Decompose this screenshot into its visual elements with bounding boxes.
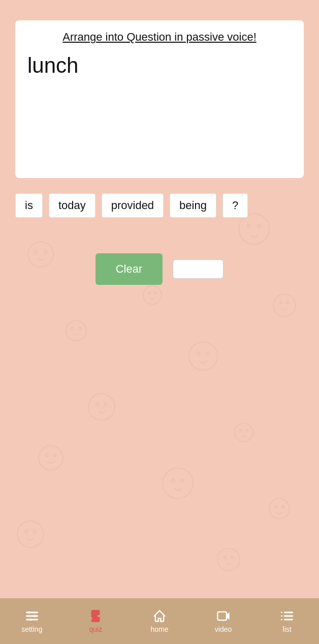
answer-box: Arrange into Question in passive voice! … xyxy=(15,20,304,178)
svg-point-24 xyxy=(163,468,193,499)
svg-point-21 xyxy=(39,446,63,470)
nav-list-label: list xyxy=(283,625,292,633)
svg-point-31 xyxy=(25,530,28,533)
nav-setting-label: setting xyxy=(21,625,42,633)
nav-home-label: home xyxy=(150,625,168,633)
nav-list[interactable]: list xyxy=(255,609,319,633)
svg-point-27 xyxy=(269,499,290,519)
bottom-nav: setting quiz home video list xyxy=(0,598,319,644)
nav-setting[interactable]: setting xyxy=(0,609,64,633)
chip-question-mark[interactable]: ? xyxy=(222,193,248,218)
svg-point-6 xyxy=(66,320,86,341)
svg-point-13 xyxy=(280,302,282,304)
nav-quiz[interactable]: quiz xyxy=(64,609,128,633)
svg-point-41 xyxy=(29,619,32,621)
svg-point-32 xyxy=(33,530,36,533)
chip-being[interactable]: being xyxy=(170,193,216,218)
svg-point-33 xyxy=(143,286,162,304)
svg-point-39 xyxy=(28,611,30,614)
svg-point-23 xyxy=(54,454,56,457)
video-icon xyxy=(216,609,231,623)
svg-point-18 xyxy=(235,423,253,442)
svg-rect-42 xyxy=(217,612,227,620)
nav-home[interactable]: home xyxy=(127,609,192,633)
instruction-text: Arrange into Question in passive voice! xyxy=(27,31,292,44)
svg-point-22 xyxy=(46,454,48,457)
svg-point-14 xyxy=(287,302,290,304)
chip-provided[interactable]: provided xyxy=(102,193,164,218)
svg-point-10 xyxy=(197,352,200,355)
setting-icon xyxy=(25,609,39,623)
nav-quiz-label: quiz xyxy=(89,625,103,633)
chip-today[interactable]: today xyxy=(49,193,95,218)
svg-point-40 xyxy=(34,615,36,618)
svg-point-17 xyxy=(104,403,107,406)
svg-point-35 xyxy=(154,292,156,294)
word-chips-area: is today provided being ? xyxy=(15,188,304,223)
svg-point-34 xyxy=(148,292,150,294)
svg-point-37 xyxy=(224,557,227,559)
quiz-icon xyxy=(88,609,103,623)
svg-point-36 xyxy=(217,548,240,571)
svg-point-8 xyxy=(79,328,81,330)
nav-video-label: video xyxy=(215,625,232,633)
nav-video[interactable]: video xyxy=(192,609,256,633)
svg-point-12 xyxy=(273,294,296,316)
list-icon xyxy=(280,609,294,623)
svg-point-29 xyxy=(282,506,284,508)
svg-point-28 xyxy=(275,506,277,508)
svg-point-7 xyxy=(72,328,74,330)
svg-point-38 xyxy=(231,557,234,559)
submit-button[interactable] xyxy=(173,259,224,279)
home-icon xyxy=(152,609,167,623)
answer-display: lunch xyxy=(27,53,292,78)
action-buttons: Clear xyxy=(15,253,304,285)
svg-point-19 xyxy=(240,429,242,431)
svg-point-25 xyxy=(172,479,175,482)
svg-point-26 xyxy=(181,479,184,482)
svg-point-9 xyxy=(189,342,217,370)
svg-point-16 xyxy=(96,403,99,406)
svg-point-20 xyxy=(246,429,248,431)
clear-button[interactable]: Clear xyxy=(95,253,163,285)
svg-point-15 xyxy=(88,394,115,420)
svg-point-11 xyxy=(206,352,209,355)
chip-is[interactable]: is xyxy=(15,193,43,218)
svg-point-30 xyxy=(17,521,44,547)
